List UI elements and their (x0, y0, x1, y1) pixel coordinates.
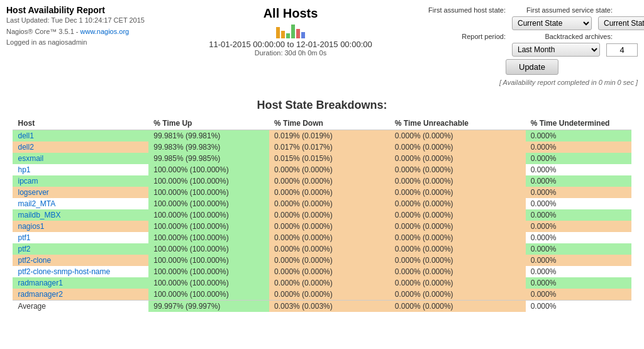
cell-up: 100.000% (100.000%) (148, 243, 269, 255)
nagios-link[interactable]: www.nagios.org (80, 28, 130, 35)
cell-down: 0.000% (0.000%) (269, 198, 390, 209)
cell-unreach: 0.000% (0.000%) (390, 130, 526, 142)
cell-unreach: 0.000% (0.000%) (390, 175, 526, 187)
cell-unreach: 0.000% (0.000%) (390, 289, 526, 301)
cell-down: 0.019% (0.019%) (269, 130, 390, 142)
host-link[interactable]: mail2_MTA (18, 199, 55, 208)
cell-down: 0.000% (0.000%) (269, 164, 390, 175)
backtracked-input[interactable]: 4 (606, 43, 638, 57)
cell-undet: 0.000% (526, 277, 631, 289)
cell-undet: 0.000% (526, 255, 631, 266)
cell-down: 0.000% (0.000%) (269, 266, 390, 277)
table-row: radmanager1100.000% (100.000%)0.000% (0.… (13, 277, 631, 289)
cell-undet: 0.000% (526, 266, 631, 277)
host-table: Host % Time Up % Time Down % Time Unreac… (13, 117, 631, 312)
cell-up: 100.000% (100.000%) (148, 209, 269, 221)
table-row: nagios1100.000% (100.000%)0.000% (0.000%… (13, 221, 631, 232)
col-header-unreach: % Time Unreachable (390, 117, 526, 130)
cell-up: 100.000% (100.000%) (148, 164, 269, 175)
host-state-select[interactable]: Current State Host Up Host Down Host Unr… (512, 16, 592, 30)
cell-undet: 0.000% (526, 187, 631, 198)
cell-undet: 0.000% (526, 175, 631, 187)
cell-undet: 0.000% (526, 209, 631, 221)
cell-up: 99.981% (99.981%) (148, 130, 269, 142)
cell-undet: 0.000% (526, 141, 631, 153)
cell-unreach: 0.000% (0.000%) (390, 141, 526, 153)
cell-undet: 0.000% (526, 221, 631, 232)
cell-undet: 0.000% (526, 130, 631, 142)
cell-up: 99.985% (99.985%) (148, 153, 269, 164)
table-row: mail2_MTA100.000% (100.000%)0.000% (0.00… (13, 198, 631, 209)
cell-up: 100.000% (100.000%) (148, 198, 269, 209)
cell-down: 0.000% (0.000%) (269, 243, 390, 255)
host-state-label: First assumed host state: (399, 6, 506, 14)
table-row: logserver100.000% (100.000%)0.000% (0.00… (13, 187, 631, 198)
cell-undet: 0.000% (526, 289, 631, 301)
cell-up: 100.000% (100.000%) (148, 175, 269, 187)
report-period-select[interactable]: Last Month Last Week Last Year Custom (512, 43, 600, 57)
table-row: dell199.981% (99.981%)0.019% (0.019%)0.0… (13, 130, 631, 142)
cell-unreach: 0.000% (0.000%) (390, 187, 526, 198)
host-link[interactable]: nagios1 (18, 222, 44, 231)
cell-up: 100.000% (100.000%) (148, 221, 269, 232)
table-row: ptf1100.000% (100.000%)0.000% (0.000%)0.… (13, 232, 631, 243)
report-period-label: Report period: (399, 33, 506, 40)
page-title: All Hosts (182, 6, 399, 21)
section-title: Host State Breakdowns: (0, 99, 644, 112)
nagios-version: Nagios® Core™ 3.5.1 - (6, 28, 80, 35)
avg-label: Average (13, 301, 148, 313)
cell-unreach: 0.000% (0.000%) (390, 153, 526, 164)
cell-unreach: 0.000% (0.000%) (390, 164, 526, 175)
table-row: dell299.983% (99.983%)0.017% (0.017%)0.0… (13, 141, 631, 153)
avg-undet: 0.000% (526, 301, 631, 313)
logged-in: Logged in as nagiosadmin (6, 38, 87, 46)
cell-down: 0.000% (0.000%) (269, 187, 390, 198)
host-link[interactable]: ptf1 (18, 233, 30, 242)
report-title: Host Availability Report (6, 5, 182, 15)
host-link[interactable]: ptf2-clone-snmp-host-name (18, 267, 110, 276)
host-link[interactable]: ptf2 (18, 245, 30, 253)
cell-up: 100.000% (100.000%) (148, 187, 269, 198)
cell-up: 100.000% (100.000%) (148, 232, 269, 243)
host-link[interactable]: logserver (18, 188, 48, 197)
cell-unreach: 0.000% (0.000%) (390, 243, 526, 255)
cell-undet: 0.000% (526, 232, 631, 243)
table-row: maildb_MBX100.000% (100.000%)0.000% (0.0… (13, 209, 631, 221)
duration: Duration: 30d 0h 0m 0s (182, 49, 399, 57)
host-link[interactable]: dell1 (18, 131, 33, 140)
cell-unreach: 0.000% (0.000%) (390, 232, 526, 243)
cell-up: 100.000% (100.000%) (148, 266, 269, 277)
cell-down: 0.000% (0.000%) (269, 209, 390, 221)
service-state-label: First assumed service state: (512, 6, 613, 14)
host-link[interactable]: dell2 (18, 143, 33, 152)
col-header-undet: % Time Undetermined (526, 117, 631, 130)
col-header-down: % Time Down (269, 117, 390, 130)
cell-down: 0.015% (0.015%) (269, 153, 390, 164)
cell-down: 0.017% (0.017%) (269, 141, 390, 153)
avg-unreach: 0.000% (0.000%) (390, 301, 526, 313)
avg-down: 0.003% (0.003%) (269, 301, 390, 313)
avg-up: 99.997% (99.997%) (148, 301, 269, 313)
host-link[interactable]: ipcam (18, 177, 38, 186)
cell-undet: 0.000% (526, 243, 631, 255)
table-row: radmanager2100.000% (100.000%)0.000% (0.… (13, 289, 631, 301)
table-row: ptf2100.000% (100.000%)0.000% (0.000%)0.… (13, 243, 631, 255)
cell-down: 0.000% (0.000%) (269, 277, 390, 289)
cell-undet: 0.000% (526, 198, 631, 209)
backtracked-label: Backtracked archives: (512, 33, 613, 40)
host-link[interactable]: hp1 (18, 165, 30, 174)
update-button[interactable]: Update (506, 59, 558, 75)
host-link[interactable]: ptf2-clone (18, 256, 51, 265)
cell-unreach: 0.000% (0.000%) (390, 266, 526, 277)
date-range: 11-01-2015 00:00:00 to 12-01-2015 00:00:… (182, 40, 399, 49)
host-link[interactable]: radmanager1 (18, 279, 62, 287)
col-header-up: % Time Up (148, 117, 269, 130)
table-row: ptf2-clone100.000% (100.000%)0.000% (0.0… (13, 255, 631, 266)
cell-up: 100.000% (100.000%) (148, 289, 269, 301)
cell-down: 0.000% (0.000%) (269, 221, 390, 232)
host-link[interactable]: esxmail (18, 154, 43, 163)
cell-unreach: 0.000% (0.000%) (390, 209, 526, 221)
service-state-select[interactable]: Current State Service OK Service Warning… (598, 16, 644, 30)
host-link[interactable]: radmanager2 (18, 290, 62, 299)
host-link[interactable]: maildb_MBX (18, 211, 60, 219)
